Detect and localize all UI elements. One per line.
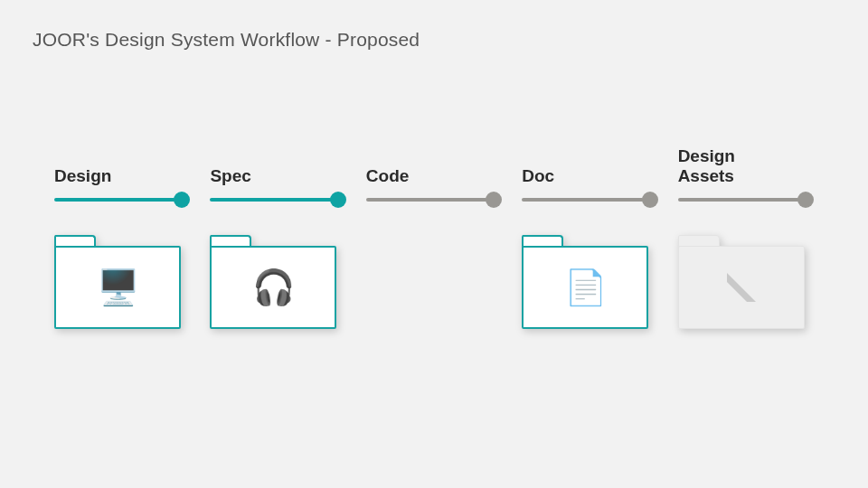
folder-assets: [678, 235, 805, 329]
folder-design: 🖥️: [54, 235, 181, 329]
stage-label: Code: [366, 145, 410, 186]
progress-segment: [210, 192, 345, 208]
progress-segment: [54, 192, 190, 208]
folder-slot-empty: [366, 235, 502, 334]
progress-bar: [54, 198, 175, 202]
progress-segment: [678, 192, 814, 208]
progress-dot-icon: [486, 192, 502, 208]
progress-dot-icon: [797, 192, 814, 208]
monitor-icon: 🖥️: [97, 270, 139, 305]
folder-slot: 📄: [522, 235, 657, 334]
progress-dot-icon: [642, 192, 658, 208]
stage-code: Code: [366, 145, 502, 334]
stage-label: Doc: [522, 145, 554, 186]
folder-spec: 🎧: [210, 235, 336, 329]
stage-design-assets: Design Assets: [678, 145, 814, 334]
progress-dot-icon: [174, 192, 190, 208]
stage-doc: Doc 📄: [522, 145, 657, 334]
progress-dot-icon: [330, 192, 346, 208]
progress-segment: [522, 192, 657, 208]
stage-label: Spec: [210, 145, 250, 186]
headphones-icon: 🎧: [252, 270, 295, 305]
progress-bar: [366, 198, 487, 202]
folder-doc: 📄: [522, 235, 648, 329]
document-icon: 📄: [564, 270, 607, 305]
workflow-stages: Design 🖥️ Spec 🎧: [54, 145, 814, 334]
stage-label: Design Assets: [678, 145, 735, 186]
stage-spec: Spec 🎧: [210, 145, 345, 334]
folder-slot: 🎧: [210, 235, 345, 334]
progress-bar: [210, 198, 331, 202]
progress-bar: [678, 198, 799, 202]
triangle-ruler-icon: [723, 269, 760, 305]
stage-design: Design 🖥️: [54, 145, 190, 334]
folder-slot: 🖥️: [54, 235, 190, 334]
stage-label: Design: [54, 145, 111, 186]
progress-segment: [366, 192, 502, 208]
page-title: JOOR's Design System Workflow - Proposed: [33, 29, 420, 51]
progress-bar: [522, 198, 643, 202]
folder-slot: [678, 235, 814, 334]
